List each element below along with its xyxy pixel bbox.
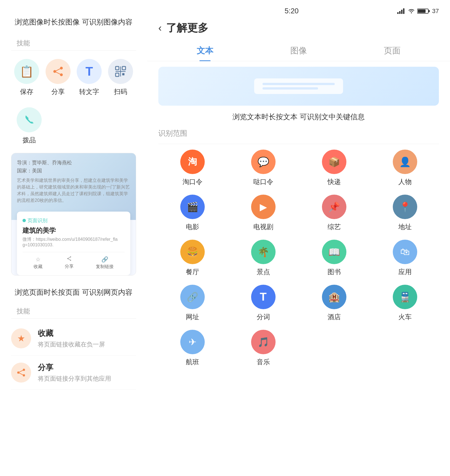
url-label: 网址 bbox=[186, 313, 199, 321]
train-label: 火车 bbox=[398, 313, 412, 321]
bookmark-title: 收藏 bbox=[38, 328, 105, 339]
express-icon: 📦 bbox=[322, 150, 346, 174]
cat-item-joke[interactable]: 💬 哒口令 bbox=[229, 150, 297, 186]
svg-line-19 bbox=[18, 370, 24, 373]
joke-icon: 💬 bbox=[251, 150, 276, 174]
cat-item-train[interactable]: 🚆 火车 bbox=[371, 285, 439, 321]
category-grid: 淘 淘口令 💬 哒口令 📦 快递 👤 人物 🎬 电影 ▶ 电 bbox=[158, 150, 439, 375]
battery-icon bbox=[417, 8, 430, 14]
feature-scan[interactable]: 扫码 bbox=[108, 59, 133, 96]
joke-label: 哒口令 bbox=[253, 177, 273, 186]
express-label: 快递 bbox=[328, 177, 341, 186]
svg-line-14 bbox=[68, 257, 71, 259]
tab-text[interactable]: 文本 bbox=[186, 41, 224, 61]
page-preview-card: 导演：贾毕斯、乔海燕松 国家：美国 艺术美学和建筑世界的审美分享，想建立在建筑学… bbox=[11, 153, 136, 276]
svg-line-3 bbox=[55, 68, 61, 71]
section-divider bbox=[158, 144, 439, 144]
copy-icon: 🔗 bbox=[101, 256, 108, 263]
action-share[interactable]: 分享 bbox=[65, 256, 74, 270]
taobao-label: 淘口令 bbox=[182, 177, 202, 186]
page-caption: 浏览页面时长按页面 可识别网页内容 bbox=[0, 281, 147, 301]
cat-item-movie[interactable]: 🎬 电影 bbox=[158, 195, 226, 231]
text-icon: T bbox=[77, 59, 102, 84]
book-label: 图书 bbox=[328, 267, 341, 276]
feature-icons-row: 📋 保存 分享 T 转文字 扫码 bbox=[0, 51, 147, 99]
cat-item-restaurant[interactable]: 🍔 餐厅 bbox=[158, 240, 226, 276]
skills-label-2: 技能 bbox=[0, 301, 147, 318]
status-time: 5:20 bbox=[284, 7, 299, 15]
right-panel: 5:20 37 ‹ 了解更多 文本 bbox=[147, 0, 450, 476]
text-label: 转文字 bbox=[79, 87, 99, 96]
banner-text-hint bbox=[254, 78, 343, 94]
movie-label: 电影 bbox=[186, 222, 199, 231]
feature-save[interactable]: 📋 保存 bbox=[14, 59, 39, 96]
cat-item-book[interactable]: 📖 图书 bbox=[300, 240, 368, 276]
share-text: 分享 将页面链接分享到其他应用 bbox=[38, 362, 111, 383]
bookmark-text: 收藏 将页面链接收藏在负一屏 bbox=[38, 328, 105, 349]
cat-item-taobao[interactable]: 淘 淘口令 bbox=[158, 150, 226, 186]
feature-share[interactable]: 分享 bbox=[46, 59, 71, 96]
tab-image[interactable]: 图像 bbox=[279, 41, 318, 61]
cat-item-address[interactable]: 📍 地址 bbox=[371, 195, 439, 231]
restaurant-icon: 🍔 bbox=[180, 240, 205, 264]
battery-number: 37 bbox=[432, 8, 439, 15]
action-bookmark[interactable]: ☆ 收藏 bbox=[34, 256, 42, 270]
cat-item-app[interactable]: 🛍 应用 bbox=[371, 240, 439, 276]
text-preview-banner bbox=[158, 67, 439, 106]
svg-rect-26 bbox=[429, 10, 430, 12]
tv-icon: ▶ bbox=[251, 195, 276, 219]
app-label: 应用 bbox=[398, 267, 412, 276]
person-label: 人物 bbox=[398, 177, 412, 186]
address-label: 地址 bbox=[398, 222, 412, 231]
list-item-bookmark[interactable]: ★ 收藏 将页面链接收藏在负一屏 bbox=[11, 321, 136, 356]
content-area: 浏览文本时长按文本 可识别文中关键信息 识别范围 淘 淘口令 💬 哒口令 📦 快… bbox=[147, 61, 450, 476]
address-icon: 📍 bbox=[393, 195, 417, 219]
cat-item-word[interactable]: T 分词 bbox=[229, 285, 297, 321]
wifi-icon bbox=[408, 8, 415, 14]
taobao-icon: 淘 bbox=[180, 150, 205, 174]
left-panel: 浏览图像时长按图像 可识别图像内容 技能 📋 保存 分享 T 转文字 bbox=[0, 0, 147, 476]
cat-item-music[interactable]: 🎵 音乐 bbox=[229, 330, 297, 366]
cat-item-express[interactable]: 📦 快递 bbox=[300, 150, 368, 186]
page-title: 了解更多 bbox=[166, 21, 208, 35]
preview-overlay-text: 导演：贾毕斯、乔海燕松 国家：美国 艺术美学和建筑世界的审美分享，想建立在建筑学… bbox=[17, 159, 130, 204]
card-title: 建筑的美学 bbox=[22, 226, 125, 235]
cat-item-person[interactable]: 👤 人物 bbox=[371, 150, 439, 186]
flight-icon: ✈ bbox=[180, 330, 205, 354]
svg-line-20 bbox=[18, 373, 24, 375]
status-icons: 37 bbox=[397, 8, 439, 15]
save-label: 保存 bbox=[20, 87, 33, 96]
cat-item-scenic[interactable]: 🌴 景点 bbox=[229, 240, 297, 276]
feature-text[interactable]: T 转文字 bbox=[77, 59, 102, 96]
cat-item-url[interactable]: 🔗 网址 bbox=[158, 285, 226, 321]
flight-label: 航班 bbox=[186, 358, 199, 366]
cat-item-variety[interactable]: 📌 综艺 bbox=[300, 195, 368, 231]
share-list-icon bbox=[11, 363, 31, 383]
feature-phone[interactable]: 拨品 bbox=[17, 107, 42, 145]
cat-item-tv[interactable]: ▶ 电视剧 bbox=[229, 195, 297, 231]
cat-item-hotel[interactable]: 🏨 酒店 bbox=[300, 285, 368, 321]
book-icon: 📖 bbox=[322, 240, 346, 264]
list-item-share[interactable]: 分享 将页面链接分享到其他应用 bbox=[11, 356, 136, 390]
card-actions: ☆ 收藏 分享 🔗 复制链接 bbox=[22, 252, 125, 270]
phone-label: 拨品 bbox=[22, 136, 36, 145]
bookmark-icon: ☆ bbox=[36, 256, 41, 263]
action-copy[interactable]: 🔗 复制链接 bbox=[96, 256, 114, 270]
svg-rect-22 bbox=[399, 11, 401, 14]
svg-rect-6 bbox=[122, 66, 126, 70]
back-button[interactable]: ‹ bbox=[158, 22, 162, 34]
url-icon: 🔗 bbox=[180, 285, 205, 309]
section-title: 识别范围 bbox=[158, 128, 439, 138]
cat-item-flight[interactable]: ✈ 航班 bbox=[158, 330, 226, 366]
features-list: ★ 收藏 将页面链接收藏在负一屏 分享 将页面链接分享到其他应用 bbox=[0, 319, 147, 393]
text-highlight-2 bbox=[262, 87, 318, 90]
tag-dot bbox=[22, 219, 26, 222]
preview-info-card: 页面识别 建筑的美学 微博：https://weibo.com/u/184090… bbox=[17, 212, 130, 275]
tab-page[interactable]: 页面 bbox=[373, 41, 412, 61]
banner-caption: 浏览文本时长按文本 可识别文中关键信息 bbox=[158, 111, 439, 123]
signal-icon bbox=[397, 8, 406, 14]
movie-icon: 🎬 bbox=[180, 195, 205, 219]
share-label: 分享 bbox=[51, 87, 65, 96]
svg-rect-21 bbox=[397, 12, 399, 14]
scenic-icon: 🌴 bbox=[251, 240, 276, 264]
